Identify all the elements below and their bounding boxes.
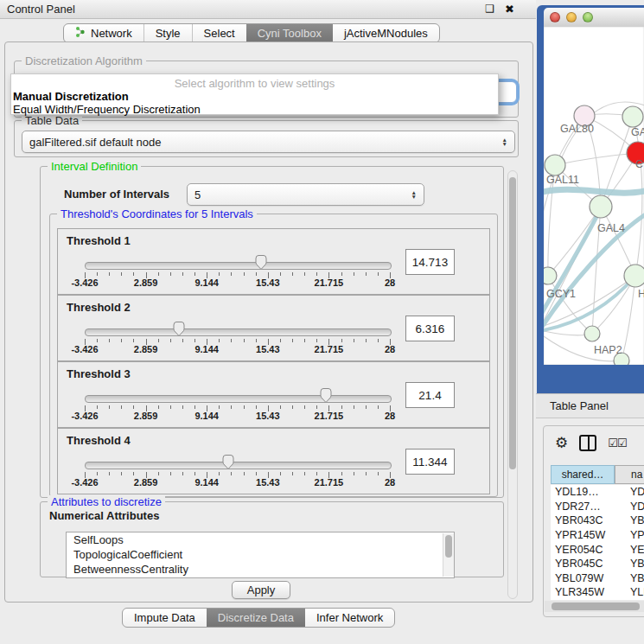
attributes-group-title: Attributes to discretize <box>48 495 165 508</box>
tab-discretize-data[interactable]: Discretize Data <box>207 609 305 627</box>
table-row[interactable]: YBL079WYBL0 <box>551 571 644 586</box>
network-node-label[interactable]: GA <box>631 126 644 138</box>
tab-infer-network[interactable]: Infer Network <box>305 609 394 627</box>
threshold-label: Threshold 1 <box>67 234 131 247</box>
table-data-combo[interactable]: galFiltered.sif default node ▲▼ <box>22 131 515 153</box>
gear-icon[interactable]: ⚙ <box>555 436 568 450</box>
slider-thumb[interactable] <box>318 387 334 407</box>
network-view-window: GAL80GACGAL11GAL4GCY1HHAP2 <box>537 5 644 393</box>
slider-tick-label: 15.43 <box>256 277 280 288</box>
content-scrollbar[interactable] <box>507 170 518 599</box>
slider-thumb[interactable] <box>220 454 236 474</box>
network-node[interactable] <box>590 195 612 218</box>
attributes-scrollbar-thumb[interactable] <box>445 535 452 558</box>
number-of-intervals-value: 5 <box>194 188 201 201</box>
checkbox-icons[interactable]: ☑☑ <box>608 437 626 450</box>
slider-track[interactable] <box>85 328 392 336</box>
network-node-label[interactable]: GAL11 <box>546 174 579 186</box>
number-of-intervals-combo[interactable]: 5 ▲▼ <box>187 183 424 206</box>
list-item[interactable]: TopologicalCoefficient <box>67 547 454 562</box>
tab-style[interactable]: Style <box>143 24 192 42</box>
slider-tick-label: 2.859 <box>134 277 158 288</box>
network-node-label[interactable]: C <box>635 158 643 170</box>
network-node[interactable] <box>584 326 600 341</box>
table-row[interactable]: YBR043CYBR0 <box>551 513 644 528</box>
list-item[interactable]: SelfLoops <box>67 532 454 547</box>
cell-name: YBR0 <box>615 514 644 526</box>
numerical-attributes-list[interactable]: SelfLoopsTopologicalCoefficientBetweenne… <box>66 532 455 578</box>
slider-thumb[interactable] <box>171 321 187 341</box>
slider-tick-label: 15.43 <box>256 477 280 488</box>
network-node-label[interactable]: GAL80 <box>560 123 594 135</box>
tab-network[interactable]: Network <box>64 24 143 42</box>
attributes-list-scrollbar[interactable] <box>443 533 454 577</box>
numerical-attributes-label: Numerical Attributes <box>49 509 159 522</box>
table-row[interactable]: YDL19…YDL1 <box>551 485 644 500</box>
slider-tick-label: 2.859 <box>134 411 158 421</box>
slider-tick-label: 9.144 <box>194 277 219 288</box>
slider-track[interactable] <box>85 395 392 403</box>
tab-infer-network-label: Infer Network <box>316 611 383 624</box>
tab-cyni-toolbox[interactable]: Cyni Toolbox <box>246 24 333 42</box>
control-panel-title: Control Panel <box>7 3 75 16</box>
algorithm-prompt-item[interactable]: Select algorithm to view settings <box>11 74 498 90</box>
table-rows: YDL19…YDL1YDR27…YDR2YBR043CYBR0YPR145WYP… <box>551 485 644 600</box>
tab-jactivemnodules[interactable]: jActiveMNodules <box>333 24 439 42</box>
network-node[interactable] <box>624 265 644 287</box>
content-scrollbar-thumb[interactable] <box>509 177 516 469</box>
threshold-panel: Threshold 3-3.4262.8599.14415.4321.71528… <box>57 361 490 428</box>
slider-tick <box>304 405 305 409</box>
close-traffic-light-icon[interactable] <box>550 12 560 22</box>
network-node[interactable] <box>545 155 565 175</box>
network-node-label[interactable]: GCY1 <box>546 288 576 300</box>
split-columns-icon[interactable] <box>579 435 596 451</box>
tab-impute-data[interactable]: Impute Data <box>123 609 207 627</box>
table-row[interactable]: YBR045CYBR0 <box>551 557 644 571</box>
threshold-value-field[interactable]: 6.316 <box>405 316 455 341</box>
close-panel-icon[interactable]: ✖ <box>505 3 514 16</box>
algorithm-option-manual[interactable]: Manual Discretization <box>11 90 498 103</box>
float-window-icon[interactable]: ❑ <box>485 3 494 16</box>
threshold-value-field[interactable]: 21.4 <box>405 382 455 408</box>
minimize-traffic-light-icon[interactable] <box>566 12 577 22</box>
slider-track[interactable] <box>85 262 392 270</box>
slider-tick <box>158 339 159 342</box>
cell-name: YDR2 <box>615 501 644 513</box>
slider-tick <box>170 472 171 475</box>
network-node[interactable] <box>622 106 643 127</box>
network-node-label[interactable]: HAP2 <box>594 344 622 356</box>
table-row[interactable]: YER054CYER0 <box>551 542 644 557</box>
slider-tick-label: 9.144 <box>194 411 219 421</box>
table-row[interactable]: YPR145WYPR1 <box>551 528 644 543</box>
algorithm-option-equal-width[interactable]: Equal Width/Frequency Discretization <box>11 103 498 116</box>
network-canvas[interactable]: GAL80GACGAL11GAL4GCY1HHAP2 <box>544 27 644 365</box>
network-node-label[interactable]: H <box>638 288 644 300</box>
zoom-traffic-light-icon[interactable] <box>583 12 593 22</box>
tab-select[interactable]: Select <box>192 24 246 42</box>
table-row[interactable]: YLR345WYLR3 <box>551 585 644 600</box>
threshold-value-field[interactable]: 11.344 <box>405 449 455 475</box>
slider-tick <box>158 405 159 409</box>
network-window-titlebar[interactable] <box>544 8 644 28</box>
slider-tick-label: 9.144 <box>194 477 219 488</box>
slider-thumb[interactable] <box>253 254 269 274</box>
slider-track[interactable] <box>85 462 392 469</box>
list-item[interactable]: BetweennessCentrality <box>67 562 454 577</box>
slider-tick <box>109 472 110 475</box>
control-panel-titlebar: Control Panel ❑ ✖ <box>0 0 536 19</box>
cell-shared-name: YDL19… <box>551 486 615 498</box>
slider-tick <box>341 472 342 475</box>
threshold-panel: Threshold 4-3.4262.8599.14415.4321.71528… <box>57 428 490 494</box>
network-node[interactable] <box>544 267 557 284</box>
network-node-label[interactable]: GAL4 <box>597 222 625 234</box>
table-hscrollbar[interactable] <box>545 601 644 612</box>
column-header-name[interactable]: na <box>615 465 644 484</box>
apply-button[interactable]: Apply <box>232 581 290 599</box>
slider-tick <box>170 272 171 276</box>
slider-tick <box>280 405 281 409</box>
table-hscrollbar-thumb[interactable] <box>552 603 640 610</box>
cell-name: YLR3 <box>615 586 644 598</box>
table-row[interactable]: YDR27…YDR2 <box>551 500 644 514</box>
threshold-value-field[interactable]: 14.713 <box>405 249 455 275</box>
column-header-shared-name[interactable]: shared… <box>551 465 615 484</box>
